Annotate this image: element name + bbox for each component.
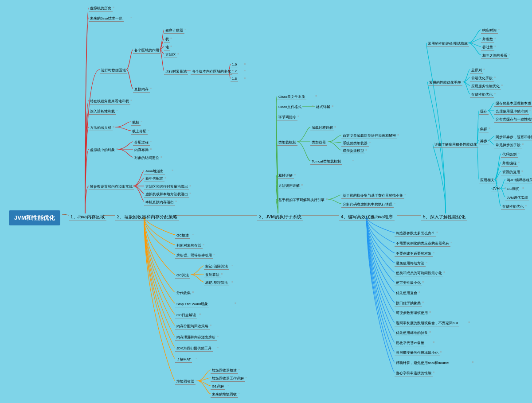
leaf-node-44[interactable]: 垃圾回收器概述 xyxy=(211,368,238,374)
leaf-node-34[interactable]: 复制算法 xyxy=(204,272,221,278)
leaf-node-39[interactable]: 内存分配与回收策略 xyxy=(175,323,210,329)
l1-node-0[interactable]: 1、Java内存区域 xyxy=(69,213,106,221)
leaf-node-45[interactable]: 垃圾回收器工作详解 xyxy=(211,376,245,382)
leaf-node-98[interactable]: 应用相关 xyxy=(479,177,496,183)
leaf-node-77[interactable]: 精确计算，避免使用float和double xyxy=(395,360,450,366)
leaf-node-73[interactable]: 返回零长度的数组或集合，不要返回null xyxy=(395,320,459,326)
leaf-node-8[interactable]: 运行时常量池 xyxy=(164,69,188,75)
leaf-node-18[interactable]: 栈上分配 xyxy=(131,128,148,135)
leaf-node-54[interactable]: 类加载器 xyxy=(310,140,327,146)
leaf-node-40[interactable]: 内存泄漏和内存溢出辨析 xyxy=(175,334,217,341)
leaf-node-88[interactable]: 存储性能优化 xyxy=(470,92,494,98)
leaf-node-103[interactable]: 与JIT编译器相关的优化 xyxy=(505,177,532,183)
leaf-node-46[interactable]: G1详解 xyxy=(211,384,225,390)
leaf-node-6[interactable]: 堆 xyxy=(164,44,170,50)
leaf-node-29[interactable]: GC概述 xyxy=(175,232,190,239)
leaf-node-7[interactable]: 方法区 xyxy=(164,52,177,58)
leaf-node-64[interactable]: 构造器参数太多怎么办？ xyxy=(395,230,436,236)
leaf-node-78[interactable]: 当心字符串连接的性能 xyxy=(395,370,433,376)
leaf-node-49[interactable]: Class文件格式 xyxy=(277,104,303,110)
leaf-node-15[interactable]: 深入辨析堆和栈 xyxy=(89,108,116,115)
leaf-node-104[interactable]: GC调优 xyxy=(505,186,520,192)
leaf-node-37[interactable]: Stop The World现象 xyxy=(175,301,209,307)
leaf-node-19[interactable]: 虚拟机中的对象 xyxy=(89,147,116,153)
leaf-node-58[interactable]: Tomcat类加载机制 xyxy=(310,159,342,165)
leaf-node-79[interactable]: 常用的性能评价/测试指标 xyxy=(426,41,469,47)
leaf-node-90[interactable]: 缓存 xyxy=(479,108,489,115)
leaf-node-28[interactable]: 本机直接内存溢出 xyxy=(144,199,175,205)
leaf-node-21[interactable]: 内存布局 xyxy=(133,147,150,153)
leaf-node-24[interactable]: Java堆溢出 xyxy=(144,168,165,174)
leaf-node-38[interactable]: GC日志解读 xyxy=(175,312,197,318)
leaf-node-36[interactable]: 分代收集 xyxy=(175,290,192,296)
leaf-node-32[interactable]: GC算法 xyxy=(175,272,190,279)
leaf-node-9[interactable]: 各个版本内存区域的变化 xyxy=(191,69,232,75)
leaf-node-3[interactable]: 各个区域的作用 xyxy=(133,47,160,54)
leaf-node-51[interactable]: 字节码指令 xyxy=(277,114,297,120)
leaf-node-4[interactable]: 程序计数器 xyxy=(164,27,184,34)
leaf-node-71[interactable]: 接口优于抽象类 xyxy=(395,300,422,306)
leaf-node-97[interactable]: 常见异步的手段 xyxy=(494,142,522,148)
leaf-node-2[interactable]: 运行时数据区域 xyxy=(100,67,127,74)
leaf-node-89[interactable]: 详细了解应用服务性能优化 xyxy=(433,142,478,148)
leaf-node-91[interactable]: 缓存的基本原理和本质 xyxy=(494,101,532,107)
leaf-node-53[interactable]: 加载过程详解 xyxy=(310,125,334,131)
leaf-node-14[interactable]: 站在线程角度来看堆和栈 xyxy=(89,98,130,105)
leaf-node-72[interactable]: 可变参数要谨慎使用 xyxy=(395,310,429,316)
leaf-node-59[interactable]: 栈帧详解 xyxy=(277,173,294,179)
leaf-node-61[interactable]: 基于栈的字节码解释执行引擎 xyxy=(277,197,326,203)
leaf-node-33[interactable]: 标记-清除算法 xyxy=(204,264,229,270)
leaf-node-52[interactable]: 类加载机制 xyxy=(277,140,297,146)
leaf-node-86[interactable]: 前端优化手段 xyxy=(470,75,494,81)
leaf-node-63[interactable]: 分析代码在虚拟机中的执行情况 xyxy=(341,202,394,208)
leaf-node-41[interactable]: JDK为我们提供的工具 xyxy=(175,345,213,352)
leaf-node-5[interactable]: 栈 xyxy=(164,36,170,43)
leaf-node-12[interactable]: 1.8 xyxy=(231,76,238,81)
leaf-node-80[interactable]: 响应时间 xyxy=(481,27,498,34)
leaf-node-55[interactable]: 自定义类加载对类进行加密和解密 xyxy=(341,133,397,139)
leaf-node-43[interactable]: 垃圾回收器 xyxy=(175,379,196,385)
leaf-node-92[interactable]: 合理使用缓冲的准则 xyxy=(494,108,529,115)
leaf-node-56[interactable]: 系统的类加载器 xyxy=(341,140,369,147)
leaf-node-69[interactable]: 使可变性最小化 xyxy=(395,280,422,286)
l1-node-2[interactable]: 3、JVM的执行子系统 xyxy=(257,213,303,221)
leaf-node-94[interactable]: 集群 xyxy=(479,126,489,132)
leaf-node-35[interactable]: 标记-整理算法 xyxy=(204,280,229,286)
leaf-node-30[interactable]: 判断对象的存活 xyxy=(175,243,203,249)
leaf-node-82[interactable]: 吞吐量 xyxy=(481,44,494,50)
leaf-node-27[interactable]: 虚拟机栈和本地方法栈溢出 xyxy=(144,191,189,198)
leaf-node-83[interactable]: 相互之间的关系 xyxy=(481,53,509,59)
leaf-node-67[interactable]: 避免使用终结方法 xyxy=(395,260,426,267)
leaf-node-26[interactable]: 方法区和运行时常量池溢出 xyxy=(144,184,189,190)
leaf-node-93[interactable]: 分布式缓存与一致性哈希 xyxy=(494,116,532,123)
leaf-node-70[interactable]: 优先使用复合 xyxy=(395,290,419,296)
l1-node-4[interactable]: 5、深入了解性能优化 xyxy=(421,213,467,221)
leaf-node-81[interactable]: 并发数 xyxy=(481,36,494,43)
leaf-node-68[interactable]: 使类和成员的可访问性最小化 xyxy=(395,270,443,276)
leaf-node-11[interactable]: 1.7 xyxy=(231,69,238,74)
leaf-node-74[interactable]: 优先使用标准的异常 xyxy=(395,330,429,336)
leaf-node-60[interactable]: 方法调用详解 xyxy=(277,183,301,189)
leaf-node-31[interactable]: 辨析强、弱等各种引用 xyxy=(175,252,213,259)
leaf-node-85[interactable]: 总原则 xyxy=(470,67,483,74)
leaf-node-105[interactable]: JVM调优实战 xyxy=(505,195,529,201)
leaf-node-13[interactable]: 直接内存 xyxy=(133,86,150,93)
leaf-node-66[interactable]: 不要创建不必要的对象 xyxy=(395,251,433,257)
leaf-node-20[interactable]: 分配过程 xyxy=(133,140,150,146)
leaf-node-62[interactable]: 基于线的指令集与基于寄存器的指令集 xyxy=(341,193,404,199)
leaf-node-0[interactable]: 虚拟机的历史 xyxy=(89,5,113,12)
root-node[interactable]: JVM和性能优化 xyxy=(9,210,60,225)
leaf-node-57[interactable]: 双亲委派模型 xyxy=(341,148,365,154)
leaf-node-96[interactable]: 同步和异步，阻塞和非阻塞 xyxy=(494,134,532,140)
leaf-node-106[interactable]: 存储性能优化 xyxy=(501,204,525,210)
leaf-node-22[interactable]: 对象的访问定位 xyxy=(133,155,160,161)
leaf-node-65[interactable]: 不需要实例化的类应该构造器私有 xyxy=(395,240,450,247)
leaf-node-99[interactable]: 代码级别 xyxy=(501,151,518,158)
leaf-node-50[interactable]: 格式详解 xyxy=(315,104,332,110)
leaf-node-25[interactable]: 新生代配置 xyxy=(144,176,164,182)
leaf-node-1[interactable]: 未来的Java技术一览 xyxy=(89,16,124,22)
leaf-node-100[interactable]: 并发编程 xyxy=(501,160,518,167)
leaf-node-42[interactable]: 了解MAT xyxy=(175,356,192,363)
leaf-node-47[interactable]: 未来的垃圾回收 xyxy=(211,391,238,398)
leaf-node-75[interactable]: 用枚举代替int常量 xyxy=(395,340,426,346)
